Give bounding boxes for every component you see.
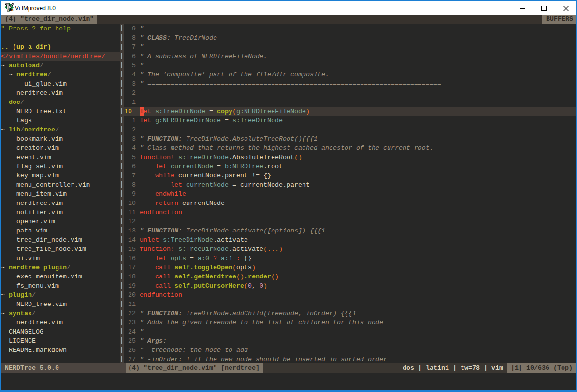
svg-text:im: im — [9, 7, 14, 12]
